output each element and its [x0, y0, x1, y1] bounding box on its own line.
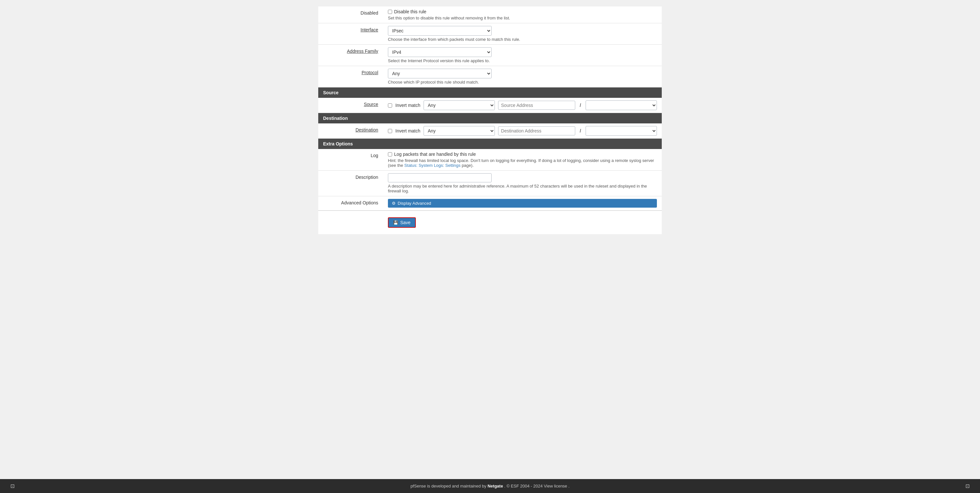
- protocol-label[interactable]: Protocol: [362, 70, 378, 75]
- destination-controls: Invert match Any Single host or alias Ne…: [388, 126, 657, 136]
- source-invert-checkbox[interactable]: [388, 103, 392, 108]
- protocol-helper: Choose which IP protocol this rule shoul…: [388, 80, 657, 84]
- footer-pfsense: pfSense: [410, 483, 426, 488]
- disable-rule-label[interactable]: Disable this rule: [394, 9, 426, 14]
- address-family-label[interactable]: Address Family: [347, 49, 378, 54]
- log-row: Log Log packets that are handled by this…: [318, 149, 662, 171]
- destination-subnet-select[interactable]: 8 16 24 32: [585, 126, 657, 136]
- destination-slash: /: [579, 128, 582, 133]
- interface-helper: Choose the interface from which packets …: [388, 37, 657, 42]
- log-hint-end: page).: [460, 163, 474, 168]
- save-button[interactable]: 💾 Save: [388, 217, 416, 228]
- advanced-options-value-cell: ⚙ Display Advanced: [383, 196, 662, 210]
- footer-left-icon[interactable]: ⊡: [10, 483, 14, 489]
- disabled-label-text: Disabled: [361, 10, 378, 16]
- interface-label[interactable]: Interface: [361, 27, 378, 32]
- display-advanced-label: Display Advanced: [398, 201, 431, 206]
- log-hint: Hint: the firewall has limited local log…: [388, 158, 657, 168]
- description-helper: A description may be entered here for ad…: [388, 184, 657, 193]
- description-input[interactable]: [388, 173, 492, 182]
- save-button-label: Save: [400, 220, 410, 225]
- destination-label-cell: Destination: [318, 124, 383, 138]
- source-type-select[interactable]: Any Single host or alias Network LAN sub…: [423, 100, 495, 110]
- description-label-cell: Description: [318, 171, 383, 196]
- source-label-cell: Source: [318, 98, 383, 113]
- advanced-options-row: Advanced Options ⚙ Display Advanced: [318, 196, 662, 211]
- log-checkbox[interactable]: [388, 152, 392, 157]
- address-family-value-cell: IPv4 IPv6 IPv4+IPv6 Select the Internet …: [383, 45, 662, 66]
- protocol-label-cell: Protocol: [318, 66, 383, 87]
- protocol-value-cell: Any TCP UDP TCP/UDP ICMP ESP AH GRE IGMP…: [383, 66, 662, 87]
- footer-icons-container: ⊡ pfSense is developed and maintained by…: [4, 483, 976, 489]
- gear-icon: ⚙: [392, 201, 396, 206]
- footer-copyright: . © ESF 2004 - 2024: [504, 483, 544, 488]
- interface-value-cell: IPsec WAN LAN VLAN10 Choose the interfac…: [383, 23, 662, 44]
- source-section-title: Source: [318, 87, 662, 98]
- destination-row: Destination Invert match Any Single host…: [318, 124, 662, 139]
- disabled-row: Disabled Disable this rule Set this opti…: [318, 6, 662, 23]
- description-row: Description A description may be entered…: [318, 171, 662, 196]
- footer: ⊡ pfSense is developed and maintained by…: [0, 479, 980, 493]
- address-family-label-cell: Address Family: [318, 45, 383, 66]
- advanced-options-label-cell: Advanced Options: [318, 196, 383, 210]
- address-family-select[interactable]: IPv4 IPv6 IPv4+IPv6: [388, 47, 492, 57]
- footer-view-license-link[interactable]: View license: [544, 483, 567, 488]
- log-label-cell: Log: [318, 149, 383, 170]
- description-label: Description: [355, 174, 378, 180]
- destination-address-input[interactable]: [498, 126, 575, 135]
- address-family-row: Address Family IPv4 IPv6 IPv4+IPv6 Selec…: [318, 45, 662, 66]
- footer-center: pfSense is developed and maintained by N…: [14, 483, 966, 488]
- destination-invert-checkbox[interactable]: [388, 129, 392, 133]
- interface-select[interactable]: IPsec WAN LAN VLAN10: [388, 26, 492, 36]
- protocol-select[interactable]: Any TCP UDP TCP/UDP ICMP ESP AH GRE IGMP…: [388, 69, 492, 78]
- log-label: Log: [371, 153, 378, 158]
- destination-invert-label[interactable]: Invert match: [395, 128, 420, 133]
- save-row: 💾 Save: [318, 211, 662, 234]
- save-icon: 💾: [393, 220, 398, 225]
- footer-text-middle: is developed and maintained by: [427, 483, 487, 488]
- destination-section-header: Destination: [318, 113, 662, 124]
- interface-row: Interface IPsec WAN LAN VLAN10 Choose th…: [318, 23, 662, 45]
- source-address-input[interactable]: [498, 101, 575, 110]
- address-family-helper: Select the Internet Protocol version thi…: [388, 58, 657, 63]
- disabled-checkbox-row: Disable this rule: [388, 9, 657, 14]
- source-invert-label[interactable]: Invert match: [395, 103, 420, 108]
- disabled-helper: Set this option to disable this rule wit…: [388, 16, 657, 21]
- source-label[interactable]: Source: [364, 102, 378, 107]
- extra-options-section-header: Extra Options: [318, 139, 662, 149]
- source-value-cell: Invert match Any Single host or alias Ne…: [383, 98, 662, 113]
- footer-brand: Netgate: [487, 483, 503, 488]
- source-slash: /: [579, 103, 582, 108]
- source-subnet-select[interactable]: 8 16 24 32: [585, 100, 657, 110]
- disabled-label: Disabled: [318, 6, 383, 23]
- log-checkbox-row: Log packets that are handled by this rul…: [388, 152, 657, 157]
- description-value-cell: A description may be entered here for ad…: [383, 171, 662, 196]
- footer-right-icon[interactable]: ⊡: [966, 483, 970, 489]
- extra-options-section-title: Extra Options: [318, 139, 662, 149]
- log-checkbox-label[interactable]: Log packets that are handled by this rul…: [394, 152, 476, 157]
- protocol-row: Protocol Any TCP UDP TCP/UDP ICMP ESP AH…: [318, 66, 662, 87]
- disable-rule-checkbox[interactable]: [388, 10, 392, 14]
- display-advanced-button[interactable]: ⚙ Display Advanced: [388, 199, 657, 208]
- log-value-cell: Log packets that are handled by this rul…: [383, 149, 662, 170]
- source-section-header: Source: [318, 87, 662, 98]
- source-row: Source Invert match Any Single host or a…: [318, 98, 662, 113]
- advanced-options-label: Advanced Options: [341, 200, 378, 205]
- disabled-value-cell: Disable this rule Set this option to dis…: [383, 6, 662, 23]
- destination-value-cell: Invert match Any Single host or alias Ne…: [383, 124, 662, 138]
- source-controls: Invert match Any Single host or alias Ne…: [388, 100, 657, 110]
- footer-period: .: [568, 483, 570, 488]
- destination-type-select[interactable]: Any Single host or alias Network LAN sub…: [423, 126, 495, 136]
- interface-label-cell: Interface: [318, 23, 383, 44]
- destination-section-title: Destination: [318, 113, 662, 124]
- destination-label[interactable]: Destination: [355, 127, 378, 133]
- log-hint-link[interactable]: Status: System Logs: Settings: [404, 163, 460, 168]
